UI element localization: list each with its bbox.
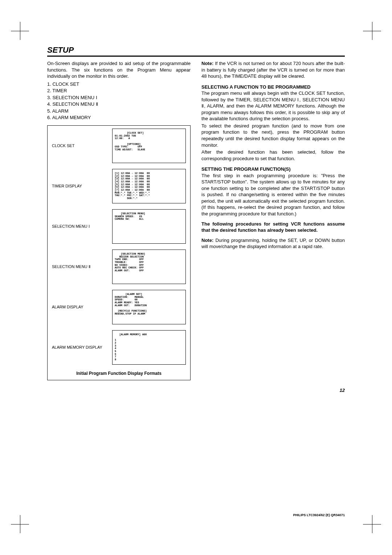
diagram-label: SELECTION MENU Ⅰ bbox=[52, 224, 112, 229]
diagram-caption: Initial Program Function Display Formats bbox=[48, 368, 190, 380]
menu-item: 2. TIMER bbox=[47, 88, 191, 94]
body-text: To select the desired program function (… bbox=[201, 123, 345, 148]
diagram-row: SELECTION MENU Ⅰ [SELECTION MENU] SEARCH… bbox=[48, 206, 190, 247]
menu-item: 5. ALARM bbox=[47, 108, 191, 114]
diagram-label: TIMER DISPLAY bbox=[52, 183, 112, 189]
note-text: If the VCR is not turned on for about 72… bbox=[201, 61, 345, 79]
bold-paragraph: The following procedures for setting VCR… bbox=[201, 221, 345, 234]
subheading: SETTING THE PROGRAM FUNCTION(S) bbox=[201, 166, 345, 173]
diagram-row: TIMER DISPLAY [1] 12:00A → 12:00A 08 [2]… bbox=[48, 166, 190, 206]
menu-item: 4. SELECTION MENU Ⅱ bbox=[47, 101, 191, 108]
screen-alarm-memory: [ALARM MEMORY] A00 1 2 3 4 5 6 7 8 bbox=[112, 330, 186, 365]
right-column: Note: If the VCR is not turned on for ab… bbox=[201, 60, 345, 380]
screen-clock-set: [CLOCK SET] 01-01-2002 TUE 12:00: A [OPT… bbox=[112, 129, 186, 163]
note-label: Note: bbox=[201, 238, 213, 243]
two-columns: On-Screen displays are provided to aid s… bbox=[47, 60, 345, 380]
body-text: After the desired function has been sele… bbox=[201, 149, 345, 162]
menu-item: 1. CLOCK SET bbox=[47, 81, 191, 88]
note-paragraph: Note: If the VCR is not turned on for ab… bbox=[201, 60, 345, 80]
body-text: The program menu will always begin with … bbox=[201, 90, 345, 122]
screen-selection-2: [SELECTION MENU] BUZZER SELECTION TAPE E… bbox=[112, 250, 186, 284]
footer-code: PHILIPS LTC3924/62 (E) QR34071 bbox=[293, 513, 345, 517]
menu-list: 1. CLOCK SET 2. TIMER 3. SELECTION MENU … bbox=[47, 81, 191, 121]
diagram-label: SELECTION MENU Ⅱ bbox=[52, 264, 112, 270]
body-text: The first step in each programming proce… bbox=[201, 173, 345, 217]
page-number: 12 bbox=[47, 388, 345, 393]
diagram-box: CLOCK SET [CLOCK SET] 01-01-2002 TUE 12:… bbox=[47, 125, 191, 380]
diagram-row: CLOCK SET [CLOCK SET] 01-01-2002 TUE 12:… bbox=[48, 126, 190, 166]
intro-text: On-Screen displays are provided to aid s… bbox=[47, 60, 191, 80]
page-content: SETUP On-Screen displays are provided to… bbox=[0, 0, 392, 415]
section-title: SETUP bbox=[47, 45, 345, 57]
screen-timer: [1] 12:00A → 12:00A 08 [2] 12:00A → 12:0… bbox=[112, 169, 186, 203]
diagram-label: ALARM MEMORY DISPLAY bbox=[52, 345, 112, 350]
note-text: During programming, holding the SET, UP,… bbox=[201, 238, 345, 250]
subheading: SELECTING A FUNCTION TO BE PROGRAMMED bbox=[201, 84, 345, 90]
left-column: On-Screen displays are provided to aid s… bbox=[47, 60, 191, 380]
menu-item: 3. SELECTION MENU Ⅰ bbox=[47, 94, 191, 101]
diagram-row: ALARM DISPLAY [ALARM SET] DURATION: MANU… bbox=[48, 287, 190, 327]
note-paragraph: Note: During programming, holding the SE… bbox=[201, 237, 345, 250]
menu-item: 6. ALARM MEMORY bbox=[47, 114, 191, 121]
screen-selection-1: [SELECTION MENU] SEARCH SPEED: X5 CAMERA… bbox=[112, 209, 186, 244]
note-label: Note: bbox=[201, 61, 213, 66]
diagram-row: ALARM MEMORY DISPLAY [ALARM MEMORY] A00 … bbox=[48, 327, 190, 368]
diagram-row: SELECTION MENU Ⅱ [SELECTION MENU] BUZZER… bbox=[48, 247, 190, 287]
screen-alarm: [ALARM SET] DURATION: MANUAL SPEED: 08 A… bbox=[112, 290, 186, 324]
diagram-label: ALARM DISPLAY bbox=[52, 304, 112, 310]
diagram-label: CLOCK SET bbox=[52, 143, 112, 149]
